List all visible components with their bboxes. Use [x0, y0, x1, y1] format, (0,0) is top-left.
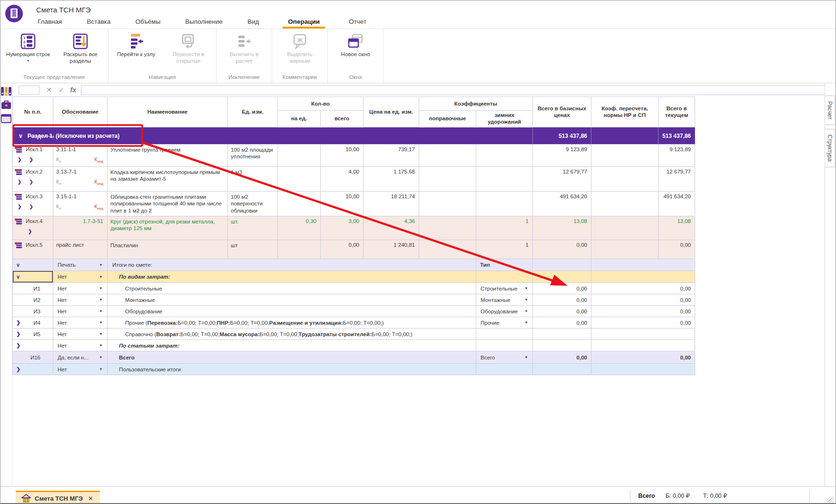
expand-chevrons[interactable]: ❯❯	[15, 157, 53, 162]
item-name-cell[interactable]: Кладка кирпичом кислотоупорным прямым на…	[108, 167, 228, 192]
formula-accept-icon[interactable]: ✓	[59, 86, 64, 94]
winter-coeff-cell[interactable]	[476, 167, 533, 192]
corrective-coeff-cell[interactable]	[419, 192, 476, 216]
item-code-cell[interactable]: 3.11-1-1КпКинд	[53, 145, 108, 167]
item-code-cell[interactable]: 3.15-1-1КпКинд	[53, 192, 108, 216]
total-basis-cell[interactable]: 491 634,20	[533, 192, 591, 216]
expand-chevrons[interactable]: ❯❯	[15, 179, 53, 184]
total-basis-cell[interactable]: 12 679,77	[533, 167, 591, 192]
column-header[interactable]: Всего в базисных ценах	[533, 97, 591, 127]
total-current-cell[interactable]: 12 679,77	[659, 167, 695, 192]
type-dropdown[interactable]: Оборудование▼	[476, 306, 533, 317]
summary-name-cell[interactable]: Пользовательские итоги	[108, 364, 476, 375]
summary-number-cell[interactable]: ∨	[13, 271, 53, 283]
summary-current-cell[interactable]: 0,00	[591, 294, 695, 306]
qty-total-cell[interactable]: 3,00	[321, 216, 364, 240]
chevron-expanded-icon[interactable]: ∨	[19, 133, 23, 139]
estimate-structure-icon[interactable]	[0, 86, 12, 97]
chevron-down-icon[interactable]: ▼	[99, 309, 103, 313]
column-header[interactable]: Цена на ед. изм.	[364, 97, 419, 127]
winter-coeff-cell[interactable]: 1	[476, 240, 533, 259]
kind-coefficient-badge[interactable]: Кинд	[94, 204, 103, 211]
workspace-icon[interactable]	[0, 100, 12, 110]
ribbon-tab-Вид[interactable]: Вид	[246, 18, 260, 29]
chevron-expanded-icon[interactable]: ∨	[16, 262, 20, 268]
chevron-right-icon[interactable]: ❯	[16, 342, 20, 349]
summary-number-cell[interactable]: ❯	[13, 364, 53, 375]
chevron-right-icon[interactable]: ❯	[16, 320, 20, 326]
item-unit-cell[interactable]: шт	[228, 240, 278, 259]
print-option-dropdown[interactable]: Печать▼	[53, 259, 108, 271]
summary-current-cell[interactable]	[591, 271, 695, 283]
document-tab[interactable]: Смета ТСН МГЭ ✕	[16, 491, 100, 504]
corrective-coeff-cell[interactable]	[419, 240, 476, 259]
chevron-down-icon[interactable]: ▼	[99, 298, 103, 302]
chevron-down-icon[interactable]: ▼	[524, 286, 528, 291]
summary-number-cell[interactable]: ∨	[13, 259, 53, 271]
summary-basis-cell[interactable]: 0,00	[533, 283, 591, 294]
new-window-button[interactable]: Новое окно	[333, 31, 378, 73]
summary-basis-cell[interactable]	[533, 364, 591, 375]
column-header[interactable]: № п.п.	[13, 97, 53, 127]
recalc-coeff-cell[interactable]	[591, 192, 659, 216]
summary-name-cell[interactable]: Монтажные	[108, 294, 476, 306]
summary-basis-cell[interactable]	[533, 259, 591, 271]
column-group-header[interactable]: Кол-во	[278, 97, 364, 111]
chevron-right-icon[interactable]: ❯	[29, 157, 33, 162]
qty-total-cell[interactable]: 4,00	[321, 167, 364, 192]
summary-basis-cell[interactable]	[533, 271, 591, 283]
unit-price-cell[interactable]: 4,36	[364, 216, 419, 240]
summary-name-cell[interactable]: По статьям затрат:	[108, 340, 476, 351]
chevron-down-icon[interactable]: ▼	[99, 355, 103, 359]
qty-total-cell[interactable]: 10,00	[321, 192, 364, 216]
winter-coeff-cell[interactable]: 1	[476, 216, 533, 240]
type-dropdown[interactable]: Всего▼	[476, 351, 533, 364]
kind-coefficient-badge[interactable]: Кинд	[94, 156, 103, 164]
type-empty-cell[interactable]	[476, 329, 533, 340]
chevron-down-icon[interactable]: ▼	[99, 343, 103, 348]
column-header[interactable]: всего	[321, 111, 364, 127]
type-dropdown[interactable]: Строительные▼	[476, 283, 533, 294]
section-recalc[interactable]	[591, 127, 659, 145]
recalc-coeff-cell[interactable]	[591, 145, 659, 167]
cell-name-box[interactable]	[19, 86, 39, 95]
item-name-cell[interactable]: Уплотнение грунта гравием	[108, 145, 228, 167]
chevron-down-icon[interactable]: ▼	[99, 367, 103, 371]
qty-per-unit-cell[interactable]	[278, 167, 321, 192]
summary-number-cell[interactable]: И3	[13, 306, 53, 317]
chevron-right-icon[interactable]: ❯	[18, 157, 21, 162]
print-option-dropdown[interactable]: Нет▼	[53, 294, 108, 306]
section-total-current[interactable]: 513 437,86	[659, 127, 695, 145]
summary-current-cell[interactable]: 0,00	[591, 351, 695, 364]
chevron-right-icon[interactable]: ❯	[29, 179, 33, 184]
resize-grip[interactable]	[828, 497, 835, 504]
print-option-dropdown[interactable]: Нет▼	[53, 340, 108, 351]
unit-price-cell[interactable]: 18 211,74	[364, 192, 419, 216]
item-unit-cell[interactable]: 1 м3	[228, 167, 278, 192]
print-option-dropdown[interactable]: Нет▼	[53, 317, 108, 329]
expand-chevrons[interactable]: ❯❯	[15, 204, 53, 209]
formula-cancel-icon[interactable]: ✕	[46, 86, 52, 94]
section-title-cell[interactable]: ∨Раздел 1. (Исключен из расчета)	[13, 127, 533, 145]
chevron-down-icon[interactable]: ▼	[99, 275, 103, 279]
winter-coeff-cell[interactable]	[476, 145, 533, 167]
summary-number-cell[interactable]: ❯	[13, 340, 53, 351]
type-empty-cell[interactable]	[476, 271, 533, 283]
summary-name-cell[interactable]: Итоги по смете:	[108, 259, 476, 271]
expand-chevrons[interactable]: ❯	[15, 229, 53, 234]
unit-price-cell[interactable]: 739,17	[364, 145, 419, 167]
summary-number-cell[interactable]: ❯И4	[13, 317, 53, 329]
column-header[interactable]: Коэф. пересчета, нормы НР и СП	[591, 97, 659, 127]
summary-number-cell[interactable]: ❯И5	[13, 329, 53, 340]
ribbon-tab-Выполнение[interactable]: Выполнение	[184, 18, 224, 29]
print-option-dropdown[interactable]: Нет▼	[53, 364, 108, 375]
total-basis-cell[interactable]: 13,08	[533, 216, 591, 240]
item-code-cell[interactable]: 3.13-7-1КпКинд	[53, 167, 108, 192]
print-option-dropdown[interactable]: Нет▼	[53, 271, 108, 283]
chevron-right-icon[interactable]: ❯	[18, 204, 21, 209]
item-number-cell[interactable]: Искл.5	[13, 240, 53, 259]
summary-current-cell[interactable]	[591, 259, 695, 271]
item-unit-cell[interactable]: шт.	[228, 216, 278, 240]
column-header[interactable]: Всего в текущем	[659, 97, 695, 127]
side-tab-Расчет[interactable]: Расчет	[825, 96, 835, 125]
